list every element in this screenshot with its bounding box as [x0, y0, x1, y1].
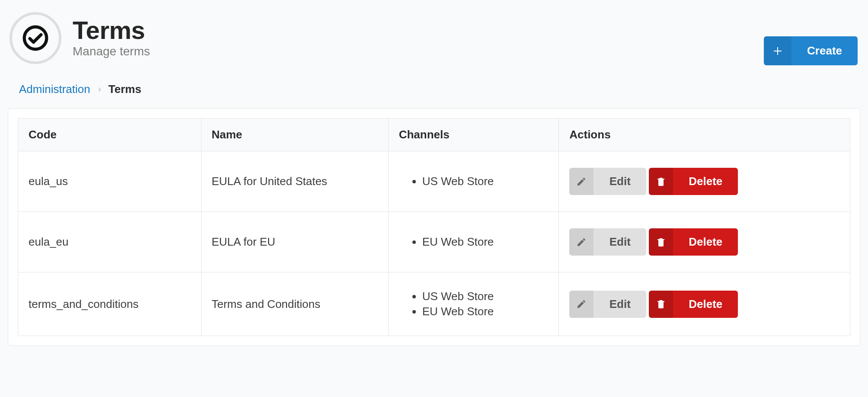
create-button[interactable]: Create: [764, 36, 858, 65]
header-left: Terms Manage terms: [10, 12, 150, 64]
pencil-icon: [569, 291, 594, 318]
edit-button[interactable]: Edit: [569, 291, 646, 318]
table-row: eula_usEULA for United StatesUS Web Stor…: [18, 151, 850, 212]
channel-item: EU Web Store: [422, 304, 549, 319]
table-row: terms_and_conditionsTerms and Conditions…: [18, 272, 850, 336]
table-header-row: Code Name Channels Actions: [18, 118, 850, 151]
page-title: Terms: [73, 17, 150, 44]
checkmark-circle-icon: [10, 12, 61, 64]
delete-button[interactable]: Delete: [649, 291, 738, 318]
delete-button[interactable]: Delete: [649, 168, 738, 195]
breadcrumb-root-link[interactable]: Administration: [19, 83, 90, 96]
edit-button[interactable]: Edit: [569, 228, 646, 256]
cell-actions: EditDelete: [559, 151, 850, 212]
create-button-label: Create: [791, 36, 858, 65]
cell-actions: EditDelete: [559, 212, 850, 272]
pencil-icon: [569, 228, 594, 256]
cell-code: terms_and_conditions: [18, 272, 201, 336]
chevron-right-icon: [96, 84, 102, 95]
page-subtitle: Manage terms: [73, 45, 150, 58]
trash-icon: [649, 168, 673, 195]
col-header-channels: Channels: [388, 118, 559, 151]
delete-button-label: Delete: [673, 168, 738, 195]
trash-icon: [649, 228, 673, 256]
cell-name: EULA for EU: [201, 212, 388, 272]
col-header-code: Code: [18, 118, 201, 151]
channel-item: US Web Store: [422, 174, 549, 189]
edit-button-label: Edit: [594, 291, 646, 318]
cell-code: eula_us: [18, 151, 201, 212]
table-row: eula_euEULA for EUEU Web StoreEditDelete: [18, 212, 850, 272]
breadcrumb: Administration Terms: [8, 83, 860, 96]
edit-button[interactable]: Edit: [569, 168, 646, 195]
edit-button-label: Edit: [594, 168, 646, 195]
cell-channels: EU Web Store: [388, 212, 559, 272]
cell-actions: EditDelete: [559, 272, 850, 336]
plus-icon: [764, 36, 791, 65]
edit-button-label: Edit: [594, 228, 646, 256]
channel-item: US Web Store: [422, 289, 549, 304]
cell-name: EULA for United States: [201, 151, 388, 212]
page-header: Terms Manage terms Create: [8, 10, 860, 65]
channel-item: EU Web Store: [422, 234, 549, 250]
delete-button-label: Delete: [673, 291, 738, 318]
pencil-icon: [569, 168, 594, 195]
cell-name: Terms and Conditions: [201, 272, 388, 336]
cell-channels: US Web Store: [388, 151, 559, 212]
terms-table-card: Code Name Channels Actions eula_usEULA f…: [8, 108, 860, 346]
delete-button-label: Delete: [673, 228, 738, 256]
delete-button[interactable]: Delete: [649, 228, 738, 256]
trash-icon: [649, 291, 673, 318]
terms-table: Code Name Channels Actions eula_usEULA f…: [18, 118, 850, 336]
cell-code: eula_eu: [18, 212, 201, 272]
cell-channels: US Web StoreEU Web Store: [388, 272, 559, 336]
col-header-actions: Actions: [559, 118, 850, 151]
header-titles: Terms Manage terms: [73, 17, 150, 58]
col-header-name: Name: [201, 118, 388, 151]
breadcrumb-current: Terms: [108, 83, 141, 96]
